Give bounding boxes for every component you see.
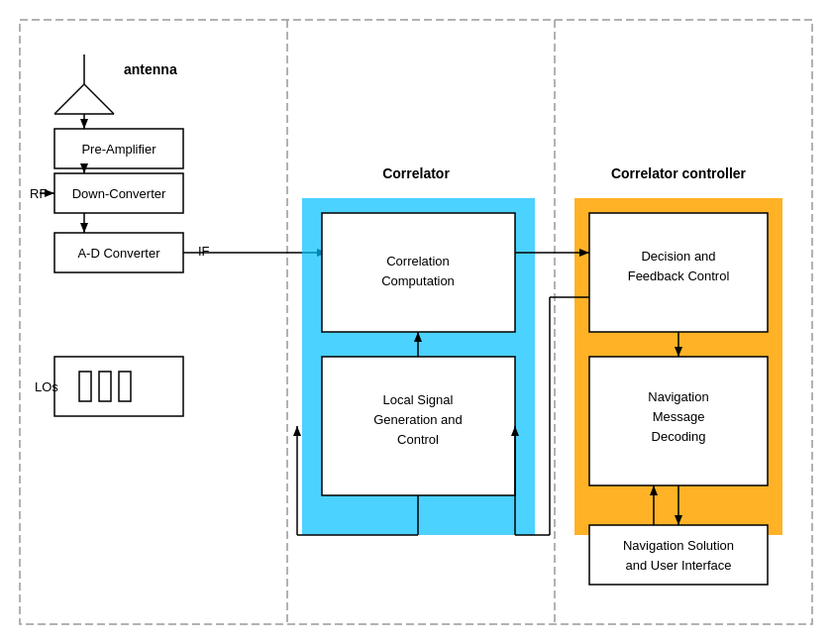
lo-label: LOs — [35, 379, 58, 394]
svg-marker-17 — [80, 223, 88, 233]
svg-rect-25 — [322, 213, 515, 332]
correlator-title: Correlator — [382, 165, 450, 181]
decision-feedback-label2: Feedback Control — [628, 268, 730, 283]
nav-message-label2: Message — [653, 409, 705, 424]
if-label: IF — [198, 244, 210, 259]
nav-solution-label1: Navigation Solution — [623, 538, 734, 553]
nav-message-label3: Decoding — [652, 429, 706, 444]
nav-message-label1: Navigation — [648, 389, 708, 404]
correlator-controller-title: Correlator controller — [611, 165, 747, 181]
ad-converter-label: A-D Converter — [77, 246, 160, 261]
nav-solution-label2: and User Interface — [626, 558, 732, 573]
correlation-computation-label: Correlation — [386, 254, 450, 268]
local-signal-label3: Control — [397, 432, 439, 447]
svg-marker-11 — [45, 189, 54, 197]
decision-feedback-label1: Decision and — [641, 249, 715, 264]
local-signal-label1: Local Signal — [383, 392, 454, 407]
down-converter-label: Down-Converter — [72, 186, 166, 201]
svg-marker-9 — [80, 119, 88, 129]
svg-line-4 — [54, 84, 84, 114]
svg-line-5 — [84, 84, 114, 114]
pre-amp-label: Pre-Amplifier — [81, 142, 156, 157]
local-signal-label2: Generation and — [373, 412, 463, 427]
svg-marker-32 — [293, 426, 301, 436]
antenna-label: antenna — [124, 61, 177, 77]
diagram-container: antenna Pre-Amplifier RF Down-Converter … — [0, 0, 832, 644]
correlation-computation-label2: Computation — [381, 273, 455, 288]
svg-rect-38 — [589, 525, 768, 585]
